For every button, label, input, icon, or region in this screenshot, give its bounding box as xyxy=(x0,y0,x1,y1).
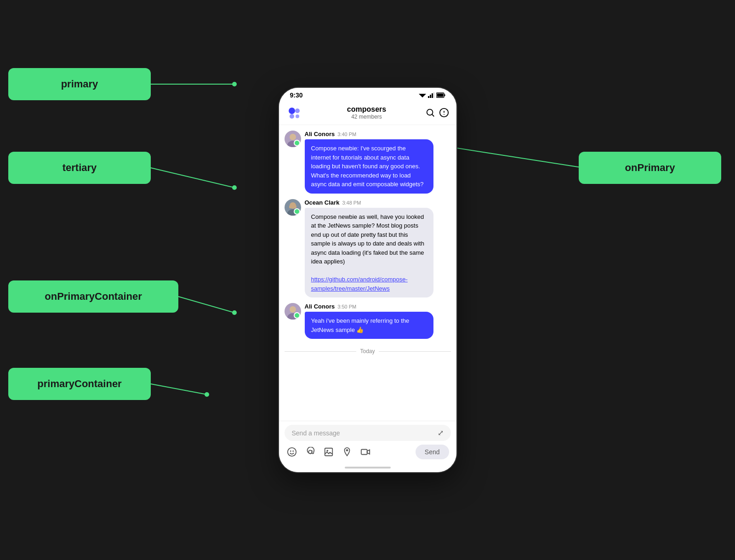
svg-rect-13 xyxy=(432,93,433,98)
svg-rect-12 xyxy=(430,95,431,98)
status-time: 9:30 xyxy=(290,91,303,99)
label-onPrimaryContainer-text: onPrimaryContainer xyxy=(45,291,142,303)
bubble-1: Compose newbie: I've scourged the intern… xyxy=(305,139,433,194)
svg-line-6 xyxy=(178,297,234,313)
svg-rect-44 xyxy=(361,450,367,455)
svg-line-8 xyxy=(151,384,207,394)
svg-point-22 xyxy=(427,109,433,115)
input-row[interactable]: Send a message ⤢ xyxy=(285,425,451,441)
svg-point-18 xyxy=(289,108,295,114)
jetnews-link[interactable]: https://github.com/android/compose-sampl… xyxy=(311,276,408,292)
image-icon[interactable] xyxy=(323,446,334,457)
message-row-3: Ali Conors 3:50 PM Yeah i've been mainly… xyxy=(285,303,451,339)
svg-rect-11 xyxy=(428,96,429,98)
svg-point-26 xyxy=(444,114,444,115)
label-onPrimaryContainer: onPrimaryContainer xyxy=(8,280,178,313)
sender-name-2: Ocean Clark xyxy=(305,199,340,206)
location-icon[interactable] xyxy=(342,446,353,457)
member-count: 42 members xyxy=(308,114,425,120)
message-time-2: 3:48 PM xyxy=(342,200,361,206)
svg-point-7 xyxy=(232,310,237,315)
svg-point-19 xyxy=(295,109,300,113)
svg-point-38 xyxy=(290,451,291,452)
svg-point-43 xyxy=(346,449,348,451)
svg-rect-14 xyxy=(433,92,434,98)
label-onPrimary: onPrimary xyxy=(579,152,721,184)
phone-frame: 9:30 xyxy=(278,87,457,473)
divider-line-right xyxy=(379,351,451,352)
action-row: Send xyxy=(285,445,451,459)
chat-area: Ali Conors 3:40 PM Compose newbie: I've … xyxy=(279,125,456,421)
channel-title: composers xyxy=(308,105,425,114)
svg-point-9 xyxy=(205,392,209,397)
label-primaryContainer: primaryContainer xyxy=(8,368,151,400)
scene: primary tertiary onPrimaryContainer prim… xyxy=(0,0,735,560)
bubble-3: Yeah i've been mainly referring to the J… xyxy=(305,312,433,339)
svg-line-2 xyxy=(151,168,234,188)
message-time-1: 3:40 PM xyxy=(337,131,356,137)
label-primary-text: primary xyxy=(61,78,98,90)
label-primaryContainer-text: primaryContainer xyxy=(37,378,121,390)
message-time-3: 3:50 PM xyxy=(337,304,356,309)
avatar-ali-1 xyxy=(285,131,301,147)
phone-wrapper: 9:30 xyxy=(278,87,457,473)
message-content-2: Ocean Clark 3:48 PM Compose newbie as we… xyxy=(305,199,451,298)
input-area: Send a message ⤢ xyxy=(279,421,456,463)
action-icons xyxy=(286,446,371,457)
svg-marker-10 xyxy=(419,94,426,97)
svg-rect-17 xyxy=(437,94,443,97)
date-divider: Today xyxy=(285,344,451,358)
svg-rect-41 xyxy=(325,448,332,456)
divider-line-left xyxy=(285,351,357,352)
message-content-1: Ali Conors 3:40 PM Compose newbie: I've … xyxy=(305,131,451,194)
message-header-1: Ali Conors 3:40 PM xyxy=(305,131,451,137)
sender-name-1: Ali Conors xyxy=(305,131,335,137)
expand-icon[interactable]: ⤢ xyxy=(438,429,444,437)
status-bar: 9:30 xyxy=(279,88,456,101)
message-header-3: Ali Conors 3:50 PM xyxy=(305,303,451,310)
bubble-2: Compose newbie as well, have you looked … xyxy=(305,208,433,298)
svg-point-1 xyxy=(232,82,237,86)
status-icons xyxy=(419,92,445,98)
info-icon[interactable] xyxy=(439,108,449,118)
message-content-3: Ali Conors 3:50 PM Yeah i've been mainly… xyxy=(305,303,451,339)
message-header-2: Ocean Clark 3:48 PM xyxy=(305,199,451,206)
svg-line-23 xyxy=(432,114,434,117)
app-bar-actions xyxy=(425,108,449,118)
search-icon[interactable] xyxy=(425,108,435,118)
svg-point-21 xyxy=(296,114,299,118)
svg-point-35 xyxy=(290,306,296,313)
label-primary: primary xyxy=(8,68,151,100)
signal-icon xyxy=(428,92,434,98)
wifi-icon xyxy=(419,92,426,98)
svg-point-28 xyxy=(290,134,296,140)
sender-name-3: Ali Conors xyxy=(305,303,335,310)
label-tertiary-text: tertiary xyxy=(63,162,97,174)
app-bar: composers 42 members xyxy=(279,101,456,125)
app-logo xyxy=(286,104,303,121)
home-indicator-bar xyxy=(345,467,391,469)
app-bar-title: composers 42 members xyxy=(308,105,425,120)
svg-point-20 xyxy=(290,114,294,119)
avatar-ali-2 xyxy=(285,303,301,320)
svg-point-37 xyxy=(287,448,296,456)
battery-icon xyxy=(436,92,445,98)
label-tertiary: tertiary xyxy=(8,152,151,184)
date-divider-text: Today xyxy=(360,348,375,354)
send-button[interactable]: Send xyxy=(416,445,449,459)
mention-icon[interactable] xyxy=(305,446,316,457)
message-row-2: Ocean Clark 3:48 PM Compose newbie as we… xyxy=(285,199,451,298)
video-icon[interactable] xyxy=(360,446,371,457)
svg-rect-33 xyxy=(289,206,296,208)
svg-point-39 xyxy=(292,451,294,452)
svg-point-42 xyxy=(326,450,328,451)
input-placeholder: Send a message xyxy=(292,429,438,437)
emoji-icon[interactable] xyxy=(286,446,297,457)
label-onPrimary-text: onPrimary xyxy=(625,162,675,174)
svg-rect-16 xyxy=(444,94,445,96)
home-indicator xyxy=(279,463,456,472)
avatar-ocean xyxy=(285,199,301,216)
message-row: Ali Conors 3:40 PM Compose newbie: I've … xyxy=(285,131,451,194)
svg-point-3 xyxy=(232,185,237,190)
